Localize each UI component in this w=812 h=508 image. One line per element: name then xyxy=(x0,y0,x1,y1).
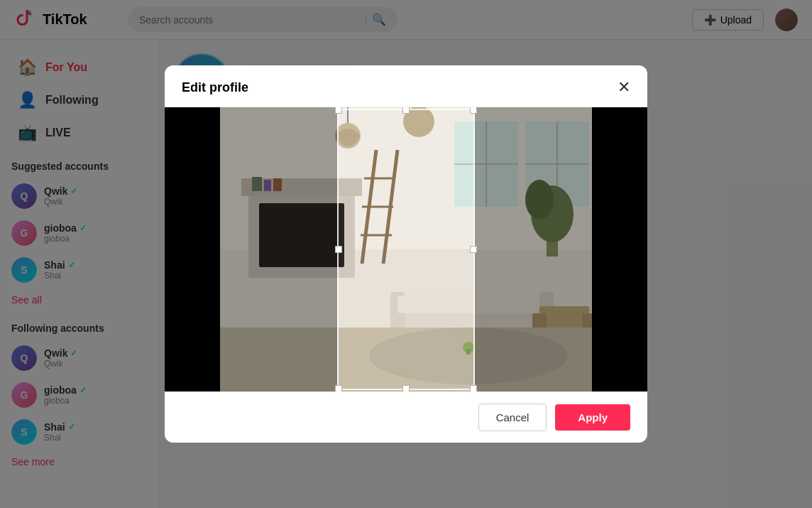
cancel-button[interactable]: Cancel xyxy=(478,404,547,431)
svg-point-18 xyxy=(403,107,434,137)
modal-title: Edit profile xyxy=(182,80,248,95)
svg-rect-37 xyxy=(273,178,282,191)
modal-footer: Cancel Apply xyxy=(165,391,647,443)
room-photo xyxy=(220,107,592,391)
svg-rect-35 xyxy=(252,177,262,191)
black-right xyxy=(592,107,647,391)
svg-point-29 xyxy=(525,180,554,220)
black-left xyxy=(165,107,220,391)
svg-rect-23 xyxy=(397,296,539,313)
modal-crop-area[interactable] xyxy=(165,107,647,391)
crop-container[interactable] xyxy=(165,107,647,391)
modal-header: Edit profile ✕ xyxy=(165,65,647,107)
edit-profile-modal: Edit profile ✕ xyxy=(165,65,647,443)
room-svg xyxy=(220,107,592,391)
svg-rect-9 xyxy=(259,203,344,267)
close-modal-button[interactable]: ✕ xyxy=(618,80,630,95)
modal-overlay[interactable]: Edit profile ✕ xyxy=(0,0,812,508)
svg-rect-36 xyxy=(264,180,271,191)
svg-point-34 xyxy=(369,328,568,384)
apply-button[interactable]: Apply xyxy=(555,404,630,431)
svg-rect-39 xyxy=(466,349,471,355)
